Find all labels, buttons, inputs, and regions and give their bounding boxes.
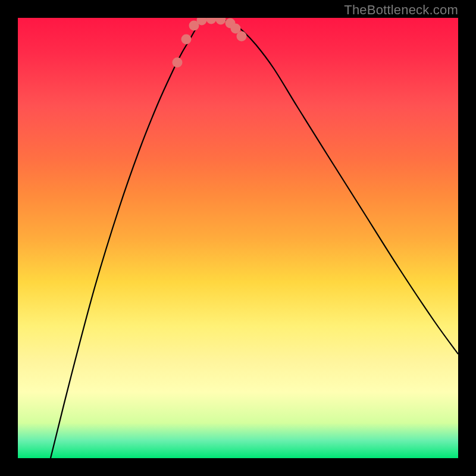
marker-dot (173, 58, 183, 68)
chart-stage: TheBottleneck.com (0, 0, 476, 476)
plot-area (18, 18, 458, 458)
marker-dot (237, 32, 247, 42)
watermark-text: TheBottleneck.com (344, 2, 458, 18)
marker-dot (206, 18, 217, 24)
marker-dots (173, 18, 247, 68)
marker-dot (181, 35, 192, 45)
bottleneck-curve (51, 19, 458, 458)
marker-dot (216, 18, 226, 25)
curve-svg (18, 18, 458, 458)
